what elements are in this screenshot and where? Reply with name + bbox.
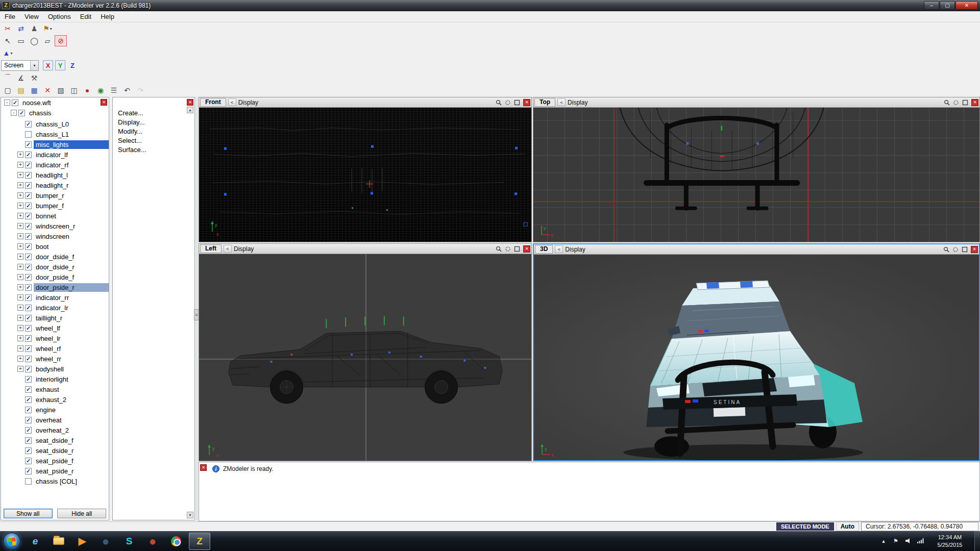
tree-expander-icon[interactable] bbox=[17, 478, 23, 484]
3d-viewport-canvas[interactable]: SETINA y x bbox=[534, 255, 979, 460]
clock[interactable]: 12:34 AM 5/25/2015 bbox=[930, 534, 969, 549]
tree-expander-icon[interactable]: + bbox=[17, 325, 23, 331]
tree-item[interactable]: exhaust bbox=[1, 384, 109, 394]
tree-checkbox[interactable] bbox=[25, 254, 32, 260]
tree-expander-icon[interactable]: + bbox=[17, 223, 23, 229]
tree-checkbox[interactable] bbox=[25, 417, 32, 423]
tree-expander-icon[interactable] bbox=[17, 447, 23, 454]
tree-expander-icon[interactable] bbox=[17, 417, 23, 423]
tree-checkbox[interactable] bbox=[25, 447, 32, 454]
tree-checkbox[interactable] bbox=[18, 110, 25, 116]
tree-item[interactable]: misc_lights bbox=[1, 139, 109, 149]
tree-item[interactable]: + bumper_r bbox=[1, 190, 109, 201]
tree-item[interactable]: + door_dside_r bbox=[1, 262, 109, 272]
tree-item[interactable]: seat_dside_f bbox=[1, 435, 109, 445]
tree-item[interactable]: + taillight_r bbox=[1, 313, 109, 323]
auto-mode-label[interactable]: Auto bbox=[836, 522, 859, 531]
tree-expander-icon[interactable] bbox=[17, 121, 23, 127]
tree-checkbox[interactable] bbox=[25, 478, 32, 485]
tree-checkbox[interactable] bbox=[25, 284, 32, 291]
viewport-back-button[interactable]: < bbox=[557, 98, 566, 106]
tree-item[interactable]: + bodyshell bbox=[1, 364, 109, 374]
tree-checkbox[interactable] bbox=[25, 325, 32, 332]
maximize-icon[interactable] bbox=[513, 245, 521, 253]
zoom-icon[interactable] bbox=[942, 245, 950, 253]
tree-checkbox[interactable] bbox=[25, 172, 32, 179]
tree-expander-icon[interactable] bbox=[17, 468, 23, 474]
tree-item[interactable]: engine bbox=[1, 405, 109, 415]
context-menu-item[interactable]: Display... bbox=[113, 118, 194, 127]
flag-mode-icon[interactable]: ⚑ ▾ bbox=[41, 23, 54, 34]
axis-toggle-button[interactable]: Z bbox=[67, 60, 78, 70]
tree-checkbox[interactable] bbox=[25, 233, 32, 240]
tree-expander-icon[interactable]: + bbox=[17, 305, 23, 311]
title-bar[interactable]: Z charger2013BEST - ZModeler ver 2.2.6 (… bbox=[0, 0, 980, 11]
maximize-icon[interactable] bbox=[961, 98, 969, 106]
tree-expander-icon[interactable]: + bbox=[17, 264, 23, 270]
notes-icon[interactable]: ☰ bbox=[108, 85, 120, 96]
left-viewport-canvas[interactable]: y x bbox=[199, 254, 531, 461]
select-quad-icon[interactable]: ▭ bbox=[15, 35, 27, 46]
viewport-back-button[interactable]: < bbox=[555, 245, 563, 253]
tree-checkbox[interactable] bbox=[25, 243, 32, 250]
tree-item[interactable]: + wheel_lf bbox=[1, 323, 109, 333]
tree-expander-icon[interactable]: + bbox=[17, 335, 23, 341]
tree-item[interactable]: exhaust_2 bbox=[1, 394, 109, 405]
scroll-down-button[interactable]: ▼ bbox=[187, 512, 193, 518]
tree-checkbox[interactable] bbox=[25, 121, 32, 128]
tree-checkbox[interactable] bbox=[25, 458, 32, 464]
record-icon[interactable]: ● bbox=[81, 85, 93, 96]
tree-item-root[interactable]: - noose.wft bbox=[1, 97, 109, 108]
tree-item[interactable]: + door_dside_f bbox=[1, 252, 109, 262]
zmodeler-icon[interactable]: Z bbox=[189, 533, 210, 550]
viewport-display-menu[interactable]: Display bbox=[565, 246, 585, 253]
tree-item[interactable]: + windscreen bbox=[1, 231, 109, 241]
tree-checkbox[interactable] bbox=[12, 99, 18, 106]
tree-item[interactable]: + wheel_rr bbox=[1, 354, 109, 364]
orbit-icon[interactable] bbox=[504, 98, 512, 106]
tree-expander-icon[interactable]: + bbox=[17, 152, 23, 158]
tree-expander-icon[interactable]: + bbox=[17, 192, 23, 198]
tree-checkbox[interactable] bbox=[25, 396, 32, 403]
tree-checkbox[interactable] bbox=[25, 203, 32, 209]
menu-item[interactable]: Options bbox=[43, 12, 76, 21]
menu-item[interactable]: View bbox=[20, 12, 43, 21]
viewport-3d-tab[interactable]: 3D bbox=[535, 245, 553, 254]
show-desktop-button[interactable] bbox=[974, 531, 980, 551]
tree-expander-icon[interactable]: + bbox=[17, 356, 23, 362]
firefox-icon[interactable]: ● bbox=[95, 533, 116, 550]
orbit-icon[interactable] bbox=[951, 245, 960, 253]
tree-expander-icon[interactable]: - bbox=[11, 110, 17, 116]
tree-item[interactable]: + boot bbox=[1, 241, 109, 252]
tree-checkbox[interactable] bbox=[25, 386, 32, 393]
save-file-icon[interactable]: ▦ bbox=[28, 85, 40, 96]
new-file-icon[interactable]: ▢ bbox=[2, 85, 14, 96]
package-icon[interactable]: ◫ bbox=[68, 85, 80, 96]
top-viewport-canvas[interactable]: y x bbox=[533, 108, 979, 242]
opera-icon[interactable]: ● bbox=[142, 533, 163, 550]
viewport-display-menu[interactable]: Display bbox=[234, 245, 254, 253]
tree-expander-icon[interactable]: + bbox=[17, 182, 23, 188]
tree-expander-icon[interactable]: + bbox=[17, 233, 23, 239]
tree-item[interactable]: + bumper_f bbox=[1, 201, 109, 211]
tree-checkbox[interactable] bbox=[25, 356, 32, 362]
tree-checkbox[interactable] bbox=[25, 182, 32, 189]
close-icon[interactable]: ✕ bbox=[523, 99, 530, 106]
tree-expander-icon[interactable] bbox=[17, 437, 23, 443]
tree-item[interactable]: overheat_2 bbox=[1, 425, 109, 435]
copy-icon[interactable]: ▧ bbox=[55, 85, 67, 96]
tree-item[interactable]: + door_pside_f bbox=[1, 272, 109, 282]
tree-expander-icon[interactable]: + bbox=[17, 172, 23, 178]
tree-checkbox[interactable] bbox=[25, 213, 32, 219]
measure-icon[interactable]: ∡ bbox=[15, 72, 27, 84]
close-button[interactable]: ✕ bbox=[955, 1, 978, 10]
menu-item[interactable]: File bbox=[0, 12, 20, 21]
tree-item[interactable]: + wheel_lr bbox=[1, 333, 109, 343]
tree-checkbox[interactable] bbox=[25, 192, 32, 199]
context-menu-item[interactable]: Surface... bbox=[113, 145, 194, 155]
close-icon[interactable]: ✕ bbox=[187, 99, 193, 106]
network-icon[interactable] bbox=[916, 538, 925, 545]
tree-checkbox[interactable] bbox=[25, 141, 32, 148]
tree-expander-icon[interactable]: + bbox=[17, 345, 23, 352]
cut-icon[interactable]: ✂ ▾ bbox=[2, 23, 14, 34]
